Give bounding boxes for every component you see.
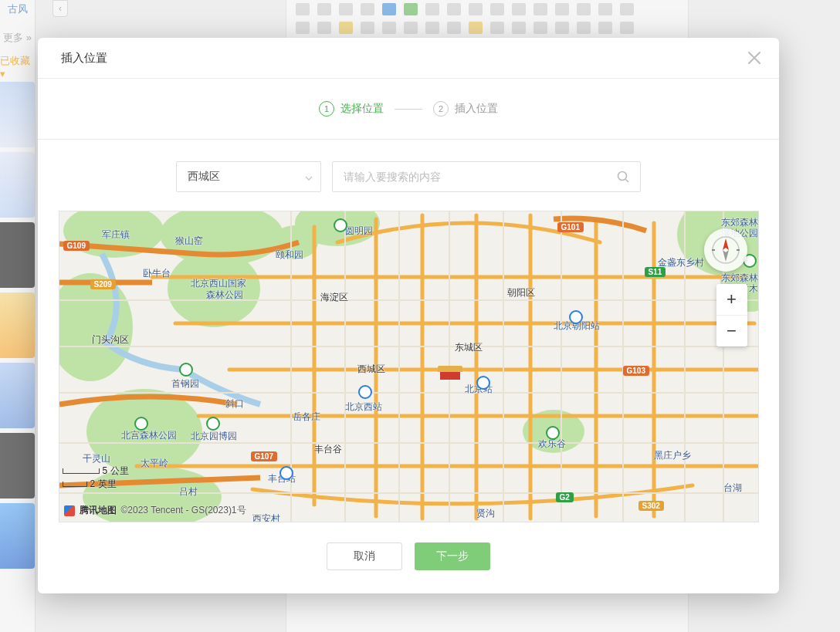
modal-footer: 取消 下一步 [38, 522, 779, 570]
road-badge: G2 [556, 492, 574, 502]
map-label: 门头沟区 [92, 333, 129, 346]
svg-marker-15 [723, 250, 729, 262]
map-label: 太平岭 [141, 457, 168, 470]
close-icon [745, 49, 764, 67]
map-label: 猴山窑 [175, 235, 203, 248]
zoom-control: + − [716, 284, 747, 346]
map-label: 军庄镇 [102, 228, 130, 242]
map-label: 丰台谷 [314, 443, 342, 456]
search-button[interactable] [606, 162, 640, 191]
map-label: 岳各庄 [293, 411, 320, 424]
subway-station-icon [476, 376, 490, 390]
step-2: 2 插入位置 [433, 101, 498, 117]
svg-point-0 [618, 172, 627, 181]
map-label: 贤沟 [476, 507, 495, 520]
map-brand: 腾讯地图 [80, 504, 117, 517]
map-label: 吕村 [179, 485, 198, 499]
road-badge: S302 [638, 501, 664, 511]
step-1: 1 选择位置 [319, 101, 384, 117]
step-2-number: 2 [433, 101, 449, 117]
step-1-label: 选择位置 [340, 102, 384, 116]
map-label: 黑庄户乡 [654, 449, 691, 462]
map-scale: 5 公里 2 英里 [63, 465, 129, 491]
scale-mi: 2 英里 [90, 478, 117, 489]
map-label: 西安村 [252, 512, 280, 522]
map-attribution: 腾讯地图 ©2023 Tencent - GS(2023)1号 [64, 504, 246, 517]
map-label: 北京园博园 [191, 430, 237, 443]
map-label: 北京西站 [345, 400, 382, 414]
road-badge: G109 [63, 241, 90, 251]
road-badge: G107 [251, 451, 277, 461]
park-poi-icon [179, 363, 193, 377]
park-poi-icon [546, 426, 560, 440]
map-label: 圆明园 [345, 225, 373, 238]
next-button[interactable]: 下一步 [415, 542, 490, 570]
map-label: 斜口 [225, 397, 244, 411]
zoom-out-button[interactable]: − [716, 316, 747, 346]
svg-marker-14 [723, 238, 729, 250]
scale-km: 5 公里 [103, 465, 129, 476]
cancel-button[interactable]: 取消 [327, 542, 402, 570]
subway-station-icon [569, 310, 583, 324]
map-label: 台湖 [723, 482, 742, 495]
park-poi-icon [334, 218, 347, 232]
chevron-down-icon [305, 170, 313, 184]
search-icon [616, 170, 630, 184]
map-label: 卧牛台 [143, 267, 171, 280]
road-badge: G101 [557, 222, 584, 232]
search-field-wrap [332, 161, 641, 192]
modal-header: 插入位置 [38, 38, 779, 79]
road-badge: G103 [623, 366, 649, 376]
map-label: 森林公园 [206, 289, 243, 302]
park-poi-icon [206, 417, 220, 431]
subway-station-icon [279, 466, 293, 480]
region-select-value: 西城区 [188, 170, 220, 184]
map-tiles [59, 211, 758, 522]
map-label: 北宫森林公园 [121, 429, 177, 442]
insert-location-modal: 插入位置 1 选择位置 2 插入位置 西城区 [38, 38, 779, 593]
map[interactable]: 军庄镇 猴山窑 卧牛台 北京西山国家 森林公园 门头沟区 首钢园 斜口 北宫森林… [59, 211, 759, 522]
step-separator [395, 109, 422, 110]
map-label: 干灵山 [83, 452, 110, 465]
map-label: 首钢园 [171, 377, 199, 390]
park-poi-icon [134, 417, 148, 431]
map-label: 西城区 [357, 363, 385, 376]
steps: 1 选择位置 2 插入位置 [38, 79, 779, 140]
controls-row: 西城区 [38, 140, 779, 211]
compass-control[interactable] [704, 228, 747, 272]
search-input[interactable] [333, 171, 606, 183]
map-label: 朝阳区 [507, 286, 535, 299]
step-2-label: 插入位置 [455, 102, 498, 116]
map-label: 颐和园 [276, 248, 303, 262]
road-badge: S209 [90, 279, 116, 289]
modal-title: 插入位置 [61, 51, 107, 66]
tencent-map-logo-icon [64, 505, 75, 516]
step-1-number: 1 [319, 101, 334, 117]
subway-station-icon [358, 385, 372, 399]
compass-icon [710, 235, 741, 265]
map-copyright: ©2023 Tencent - GS(2023)1号 [121, 504, 246, 517]
map-label: 东城区 [455, 341, 483, 354]
map-label: 海淀区 [320, 291, 348, 304]
region-select[interactable]: 西城区 [176, 161, 321, 192]
road-badge: S11 [645, 267, 666, 277]
zoom-in-button[interactable]: + [716, 284, 747, 316]
tiananmen-icon [438, 366, 462, 380]
close-button[interactable] [745, 49, 764, 67]
